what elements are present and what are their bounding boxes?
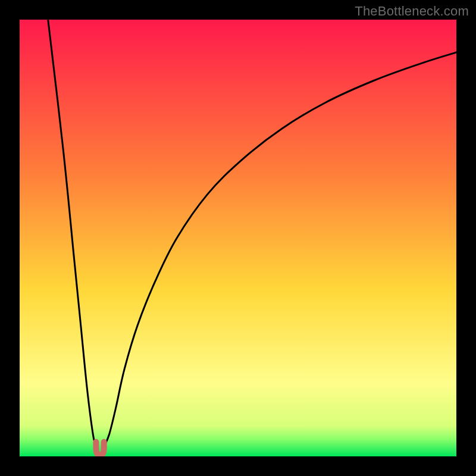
- gradient-background: [20, 20, 456, 456]
- attribution-label: TheBottleneck.com: [355, 4, 469, 19]
- plot-area: [20, 20, 456, 456]
- chart-frame: TheBottleneck.com: [0, 0, 476, 476]
- plot-svg: [20, 20, 456, 456]
